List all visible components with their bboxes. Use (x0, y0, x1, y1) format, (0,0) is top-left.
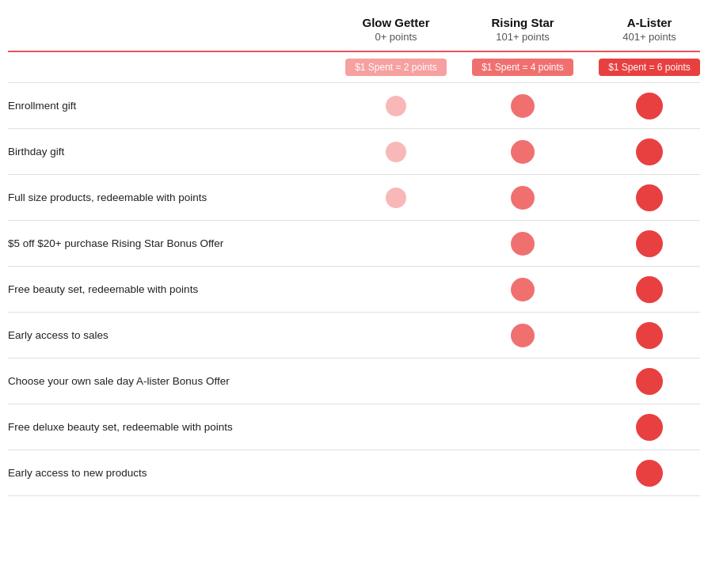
dot-col-2 (459, 186, 586, 210)
dot-medium (511, 278, 535, 302)
dot-col-1 (333, 142, 459, 162)
badge-col-1: $1 Spent = 2 points (333, 59, 459, 76)
dot-col-3 (586, 322, 708, 349)
dot-dark (636, 460, 663, 487)
badge-row: $1 Spent = 2 points $1 Spent = 4 points … (8, 52, 700, 83)
feature-row: Early access to sales (8, 313, 700, 358)
dot-dark (636, 368, 663, 395)
dot-col-2 (459, 232, 586, 256)
dot-dark (636, 184, 663, 211)
feature-row: Free deluxe beauty set, redeemable with … (8, 404, 700, 450)
dot-col-3 (586, 93, 708, 119)
tier-name-2: Rising Star (459, 16, 586, 29)
dot-col-1 (333, 96, 459, 116)
badge-3: $1 Spent = 6 points (599, 59, 700, 76)
feature-label: Birthday gift (8, 146, 333, 157)
feature-label: Early access to sales (8, 329, 333, 341)
badge-col-3: $1 Spent = 6 points (586, 59, 708, 76)
dot-medium (511, 324, 535, 347)
tier-points-1: 0+ points (333, 31, 459, 43)
badge-1: $1 Spent = 2 points (345, 59, 447, 76)
dot-col-2 (459, 140, 586, 164)
dot-dark (636, 138, 663, 165)
tier-points-3: 401+ points (586, 31, 708, 43)
tier-rising-star: Rising Star 101+ points (459, 16, 586, 43)
tier-points-2: 101+ points (459, 31, 586, 43)
dot-dark (636, 93, 663, 119)
badge-2: $1 Spent = 4 points (472, 59, 573, 76)
badge-col-2: $1 Spent = 4 points (459, 59, 586, 76)
feature-row: Full size products, redeemable with poin… (8, 175, 700, 221)
dot-col-3 (586, 276, 708, 303)
dot-dark (636, 414, 663, 441)
feature-label: Choose your own sale day A-lister Bonus … (8, 375, 333, 387)
tier-a-lister: A-Lister 401+ points (586, 16, 708, 43)
dot-pale (386, 96, 406, 116)
dot-dark (636, 322, 663, 349)
feature-row: $5 off $20+ purchase Rising Star Bonus O… (8, 221, 700, 267)
feature-label: Free beauty set, redeemable with points (8, 283, 333, 295)
dot-col-3 (586, 460, 708, 487)
dot-pale (386, 188, 406, 208)
dot-col-2 (459, 324, 586, 347)
dot-col-3 (586, 138, 708, 165)
dot-col-3 (586, 368, 708, 395)
dot-medium (511, 140, 535, 164)
feature-label: Enrollment gift (8, 100, 333, 112)
feature-label: $5 off $20+ purchase Rising Star Bonus O… (8, 237, 333, 249)
tier-name-1: Glow Getter (333, 16, 459, 29)
header-row: Glow Getter 0+ points Rising Star 101+ p… (8, 16, 700, 52)
feature-row: Birthday gift (8, 129, 700, 175)
dot-medium (511, 232, 535, 256)
dot-col-2 (459, 94, 586, 118)
dot-col-3 (586, 184, 708, 211)
feature-rows: Enrollment giftBirthday giftFull size pr… (8, 83, 700, 496)
dot-pale (386, 142, 406, 162)
feature-label: Full size products, redeemable with poin… (8, 192, 333, 203)
feature-label: Early access to new products (8, 467, 333, 479)
tier-glow-getter: Glow Getter 0+ points (333, 16, 459, 43)
dot-col-2 (459, 278, 586, 302)
dot-col-3 (586, 414, 708, 441)
dot-col-1 (333, 188, 459, 208)
dot-dark (636, 230, 663, 257)
dot-medium (511, 186, 535, 210)
dot-dark (636, 276, 663, 303)
feature-row: Enrollment gift (8, 83, 700, 129)
feature-label: Free deluxe beauty set, redeemable with … (8, 421, 333, 433)
feature-row: Choose your own sale day A-lister Bonus … (8, 358, 700, 404)
loyalty-table: Glow Getter 0+ points Rising Star 101+ p… (0, 0, 708, 588)
dot-col-3 (586, 230, 708, 257)
feature-row: Free beauty set, redeemable with points (8, 267, 700, 313)
feature-row: Early access to new products (8, 450, 700, 496)
comparison-table: Glow Getter 0+ points Rising Star 101+ p… (8, 16, 700, 496)
dot-medium (511, 94, 535, 118)
tier-name-3: A-Lister (586, 16, 708, 29)
